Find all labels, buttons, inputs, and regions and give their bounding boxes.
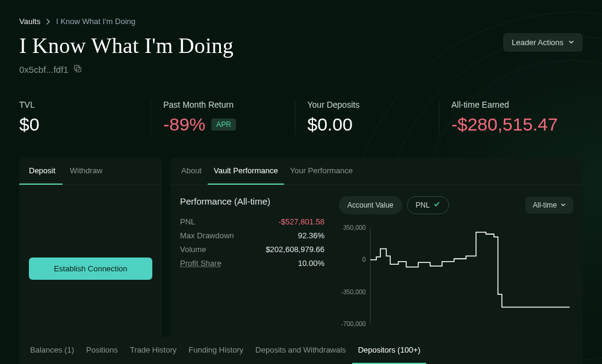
pnl-chart: -700,000-350,0000350,000 xyxy=(339,221,573,335)
tab-your-performance[interactable]: Your Performance xyxy=(284,158,359,185)
stat-value: -$280,515.47 xyxy=(452,114,571,135)
apr-badge: APR xyxy=(211,119,236,131)
chevron-down-icon xyxy=(560,201,566,209)
stat-value: $0 xyxy=(19,114,138,135)
kv-value: 10.00% xyxy=(298,259,324,268)
tab-vault-performance[interactable]: Vault Performance xyxy=(208,158,284,185)
time-range-select[interactable]: All-time xyxy=(526,197,573,214)
stat-return: Past Month Return -89% APR xyxy=(151,100,295,135)
tab-deposits-withdrawals[interactable]: Deposits and Withdrawals xyxy=(249,337,352,364)
tab-withdraw[interactable]: Withdraw xyxy=(63,158,110,185)
tab-funding-history[interactable]: Funding History xyxy=(182,337,249,364)
establish-connection-button[interactable]: Establish Connection xyxy=(29,258,152,280)
svg-text:-700,000: -700,000 xyxy=(341,321,365,327)
kv-value: 92.36% xyxy=(298,231,324,240)
chevron-right-icon xyxy=(45,19,51,25)
page-title: I Know What I'm Doing xyxy=(19,33,234,58)
kv-label: PNL xyxy=(180,217,195,226)
chevron-down-icon xyxy=(568,38,574,47)
check-icon xyxy=(433,201,440,209)
chart-toggle-account-value[interactable]: Account Value xyxy=(339,196,402,214)
vault-address: 0x5cbf...fdf1 xyxy=(19,64,69,75)
breadcrumb-current: I Know What I'm Doing xyxy=(56,17,135,26)
copy-icon[interactable] xyxy=(73,64,82,75)
kv-value: -$527,801.58 xyxy=(278,217,324,226)
stat-deposits: Your Deposits $0.00 xyxy=(296,100,439,135)
stat-label: Past Month Return xyxy=(163,100,282,110)
stat-value: $0.00 xyxy=(308,114,427,135)
svg-text:-350,000: -350,000 xyxy=(341,289,365,295)
tab-balances[interactable]: Balances (1) xyxy=(24,337,80,364)
breadcrumb-root[interactable]: Vaults xyxy=(19,17,40,26)
breadcrumb: Vaults I Know What I'm Doing xyxy=(19,17,583,26)
stat-label: TVL xyxy=(19,100,138,110)
leader-actions-button[interactable]: Leader Actions xyxy=(503,33,583,52)
return-value: -89% xyxy=(163,114,205,135)
deposit-panel: Deposit Withdraw Establish Connection xyxy=(19,158,162,342)
tab-depositors[interactable]: Depositors (100+) xyxy=(352,337,427,364)
pill-label: PNL xyxy=(416,201,430,209)
performance-title: Performance (All-time) xyxy=(180,196,324,206)
kv-label: Max Drawdown xyxy=(180,231,234,240)
svg-text:350,000: 350,000 xyxy=(343,224,366,231)
stat-tvl: TVL $0 xyxy=(19,100,151,135)
tab-trade-history[interactable]: Trade History xyxy=(124,337,183,364)
svg-rect-1 xyxy=(74,66,79,70)
tab-positions[interactable]: Positions xyxy=(80,337,124,364)
performance-panel: About Vault Performance Your Performance… xyxy=(170,158,583,342)
bottom-tabs: Balances (1) Positions Trade History Fun… xyxy=(19,337,583,364)
stat-earned: All-time Earned -$280,515.47 xyxy=(439,100,583,135)
kv-label: Volume xyxy=(180,245,206,254)
stat-value: -89% APR xyxy=(163,114,282,135)
stat-label: All-time Earned xyxy=(452,100,571,110)
tab-about[interactable]: About xyxy=(175,158,208,185)
stat-label: Your Deposits xyxy=(308,100,427,110)
time-range-label: All-time xyxy=(533,201,557,209)
svg-text:0: 0 xyxy=(362,256,366,263)
svg-rect-0 xyxy=(76,67,81,72)
kv-value: $202,608,979.66 xyxy=(265,245,324,254)
stats-row: TVL $0 Past Month Return -89% APR Your D… xyxy=(19,100,583,135)
tab-deposit[interactable]: Deposit xyxy=(19,158,63,185)
profit-share-link[interactable]: Profit Share xyxy=(180,259,222,268)
chart-toggle-pnl[interactable]: PNL xyxy=(407,196,449,214)
leader-actions-label: Leader Actions xyxy=(512,38,563,47)
